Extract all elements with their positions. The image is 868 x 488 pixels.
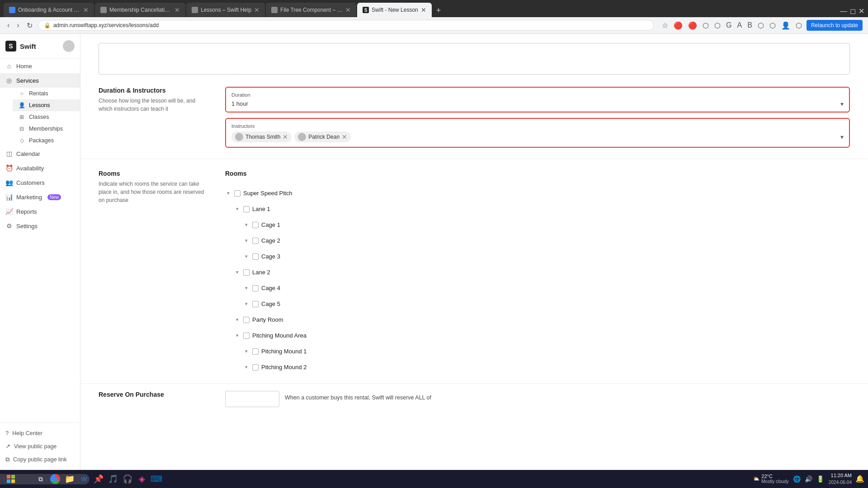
chevron-icon[interactable]: ▾	[243, 301, 250, 307]
ext4-icon[interactable]: ⬡	[713, 20, 722, 31]
room-checkbox[interactable]	[252, 285, 259, 291]
back-button[interactable]: ‹	[5, 20, 11, 30]
minimize-icon[interactable]: —	[840, 7, 847, 15]
taskbar-chrome[interactable]	[49, 473, 61, 485]
ext5-icon[interactable]: G	[725, 20, 732, 30]
duration-select[interactable]: 1 hour 30 minutes 45 minutes 1.5 hours 2…	[231, 100, 844, 107]
sidebar-item-memberships[interactable]: ⊟ Memberships	[13, 123, 80, 135]
room-name: Cage 1	[261, 221, 280, 228]
tab-close-icon[interactable]: ✕	[345, 6, 351, 14]
room-item-lane1: ▾ Lane 1	[225, 204, 850, 214]
room-name: Lane 1	[252, 206, 270, 212]
tab-membership[interactable]: Membership Cancellation Instr... ✕	[95, 3, 185, 17]
url-bar[interactable]: 🔒 admin.runswiftapp.xyz/services/lessons…	[38, 20, 654, 31]
chevron-icon[interactable]: ▾	[243, 364, 250, 370]
chevron-icon[interactable]: ▾	[243, 285, 250, 291]
room-checkbox[interactable]	[252, 253, 259, 260]
tab-onboarding[interactable]: Onboarding & Account Setup ✕	[4, 3, 94, 17]
sidebar-item-customers[interactable]: 👥 Customers	[0, 175, 80, 190]
chevron-icon[interactable]: ▾	[234, 269, 241, 275]
sidebar-item-availability[interactable]: ⏰ Availability	[0, 161, 80, 175]
battery-icon[interactable]: 🔋	[816, 474, 825, 483]
room-checkbox[interactable]	[243, 269, 250, 276]
help-center-link[interactable]: ? Help Center	[0, 427, 80, 440]
sidebar-item-rentals[interactable]: ○ Rentals	[13, 88, 80, 99]
room-checkbox[interactable]	[252, 301, 259, 307]
chevron-icon[interactable]: ▾	[243, 348, 250, 354]
ext1-icon[interactable]: 🔴	[673, 20, 684, 31]
avatar[interactable]	[63, 40, 75, 52]
taskbar-app8[interactable]: ◈	[136, 473, 148, 485]
room-checkbox[interactable]	[234, 190, 241, 197]
reload-button[interactable]: ↻	[25, 20, 34, 31]
taskbar-file-explorer[interactable]: 📁	[63, 473, 76, 485]
remove-instructor-patrick[interactable]: ✕	[342, 134, 347, 140]
chevron-icon[interactable]: ▾	[243, 253, 250, 259]
volume-icon[interactable]: 🔊	[804, 474, 813, 483]
close-icon[interactable]: ✕	[859, 7, 864, 15]
taskbar-clock[interactable]: 11:20 AM 2024-06-04	[829, 472, 852, 485]
chevron-icon[interactable]: ▾	[243, 238, 250, 244]
taskbar-app6[interactable]: 🎵	[107, 473, 119, 485]
instructors-field: Thomas Smith ✕ Patrick Dean ✕ ▾	[231, 131, 844, 142]
room-checkbox[interactable]	[252, 364, 259, 371]
classes-icon: ⊞	[18, 114, 25, 120]
ext3-icon[interactable]: ⬡	[702, 20, 710, 31]
ext8-icon[interactable]: ⬡	[757, 20, 765, 31]
taskbar-app7[interactable]: 🎧	[121, 473, 134, 485]
chevron-icon[interactable]: ▾	[234, 206, 241, 212]
sidebar-item-classes[interactable]: ⊞ Classes	[13, 111, 80, 123]
sidebar-item-marketing[interactable]: 📊 Marketing New	[0, 190, 80, 204]
room-checkbox[interactable]	[252, 238, 259, 244]
forward-button[interactable]: ›	[15, 20, 21, 30]
extensions-icon[interactable]: ⬡	[795, 20, 803, 31]
tab-close-icon[interactable]: ✕	[175, 6, 180, 14]
room-checkbox[interactable]	[252, 222, 259, 228]
tab-close-icon[interactable]: ✕	[254, 6, 259, 14]
ext7-icon[interactable]: B	[746, 20, 753, 30]
sidebar-item-reports[interactable]: 📈 Reports	[0, 204, 80, 219]
network-icon[interactable]: 🌐	[793, 474, 802, 483]
chevron-icon[interactable]: ▾	[234, 317, 241, 323]
ext2-icon[interactable]: 🔴	[687, 20, 698, 31]
room-checkbox[interactable]	[243, 333, 250, 339]
remove-instructor-thomas[interactable]: ✕	[283, 134, 288, 140]
reserve-select[interactable]	[225, 391, 279, 407]
profile-icon[interactable]: 👤	[780, 20, 791, 31]
sidebar-item-settings[interactable]: ⚙ Settings	[0, 219, 80, 233]
chevron-icon[interactable]: ▾	[243, 222, 250, 228]
taskbar-task-view[interactable]: ⧉	[34, 473, 47, 485]
tab-lessons-help[interactable]: Lessons – Swift Help ✕	[186, 3, 265, 17]
bookmark-icon[interactable]: ☆	[661, 20, 669, 31]
sidebar-item-home[interactable]: ⌂ Home	[0, 59, 80, 73]
chevron-icon[interactable]: ▾	[234, 333, 241, 338]
room-checkbox[interactable]	[252, 348, 259, 355]
tab-new-lesson[interactable]: S Swift - New Lesson ✕	[357, 3, 432, 17]
new-tab-button[interactable]: +	[433, 4, 445, 17]
notification-icon[interactable]: 🔔	[855, 474, 864, 483]
ext9-icon[interactable]: ⬡	[769, 20, 777, 31]
duration-label: Duration	[231, 92, 844, 98]
ext6-icon[interactable]: A	[736, 20, 743, 30]
view-public-link[interactable]: ↗ View public page	[0, 440, 80, 453]
taskbar-app5[interactable]: 📌	[92, 473, 105, 485]
taskbar-vscode[interactable]: ⌨	[150, 473, 163, 485]
sidebar-item-calendar[interactable]: ◫ Calendar	[0, 146, 80, 161]
instructors-dropdown-arrow[interactable]: ▾	[840, 133, 844, 141]
tab-close-icon[interactable]: ✕	[421, 6, 426, 14]
chevron-icon[interactable]: ▾	[225, 190, 231, 196]
tab-close-icon[interactable]: ✕	[83, 6, 89, 14]
copy-public-link[interactable]: ⧉ Copy public page link	[0, 453, 80, 466]
sidebar-item-services[interactable]: ◎ Services	[0, 73, 80, 88]
relaunch-button[interactable]: Relaunch to update	[807, 20, 863, 31]
sidebar-item-lessons[interactable]: 👤 Lessons	[13, 99, 80, 111]
room-checkbox[interactable]	[243, 317, 250, 323]
tab-title: Onboarding & Account Setup	[18, 7, 80, 13]
restore-icon[interactable]: ◻	[850, 7, 856, 15]
description-textarea[interactable]	[99, 43, 850, 75]
taskbar-word[interactable]: W	[78, 473, 90, 485]
tab-filetree[interactable]: File Tree Component – Nextra ✕	[266, 3, 356, 17]
sidebar-item-packages[interactable]: ◇ Packages	[13, 135, 80, 146]
room-checkbox[interactable]	[243, 206, 250, 212]
section-desc: Choose how long the lesson will be, and …	[99, 97, 207, 113]
